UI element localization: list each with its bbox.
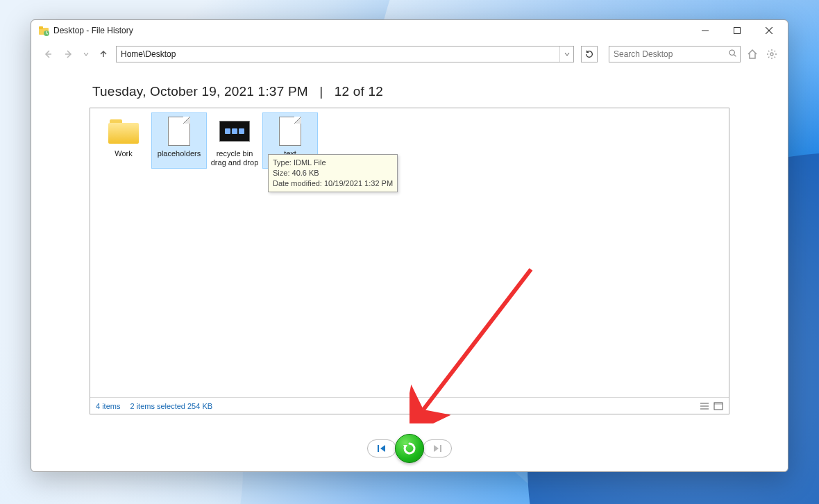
item-label: recycle bin drag and drop (209, 149, 260, 167)
bottom-controls (31, 432, 788, 464)
app-icon (38, 25, 49, 36)
view-details-button[interactable] (700, 402, 709, 410)
recent-locations-dropdown[interactable] (81, 51, 91, 57)
address-input[interactable] (117, 47, 559, 62)
up-button[interactable] (95, 46, 112, 62)
search-input[interactable] (612, 49, 728, 60)
search-box[interactable] (609, 46, 741, 62)
titlebar: Desktop - File History (31, 20, 788, 41)
file-pane[interactable]: Work placeholders recycle bin drag and d… (90, 108, 729, 414)
forward-button[interactable] (60, 46, 77, 62)
restore-button[interactable] (395, 434, 424, 463)
image-icon (219, 121, 250, 142)
item-label: Work (98, 149, 149, 158)
file-icon (168, 117, 190, 146)
tooltip-modified: Date modified: 10/19/2021 1:32 PM (273, 178, 393, 189)
refresh-button[interactable] (581, 46, 598, 62)
file-history-window: Desktop - File History (31, 19, 788, 472)
svg-line-10 (734, 55, 736, 57)
address-dropdown[interactable] (559, 47, 573, 62)
item-label: placeholders (153, 149, 205, 158)
folder-icon (108, 119, 139, 144)
maximize-button[interactable] (721, 20, 753, 41)
svg-point-9 (729, 50, 734, 55)
close-button[interactable] (753, 20, 785, 41)
svg-marker-20 (434, 445, 439, 452)
file-item-placeholders[interactable]: placeholders (152, 113, 206, 168)
version-timestamp: Tuesday, October 19, 2021 1:37 PM (92, 84, 308, 99)
svg-rect-4 (734, 28, 741, 34)
search-icon (728, 49, 737, 60)
svg-rect-16 (714, 403, 723, 405)
version-heading: Tuesday, October 19, 2021 1:37 PM | 12 o… (92, 84, 729, 99)
content-area: Tuesday, October 19, 2021 1:37 PM | 12 o… (31, 67, 788, 471)
version-position: 12 of 12 (335, 84, 383, 99)
previous-version-button[interactable] (368, 440, 396, 457)
tooltip-type: Type: IDML File (273, 158, 393, 168)
next-version-pill (423, 439, 452, 457)
window-title: Desktop - File History (53, 26, 133, 35)
svg-rect-1 (39, 26, 43, 29)
next-version-button[interactable] (423, 440, 451, 457)
file-icon (279, 117, 301, 146)
file-item-recycle-bin-drag-and-drop[interactable]: recycle bin drag and drop (208, 113, 262, 168)
heading-separator: | (319, 84, 323, 99)
file-tooltip: Type: IDML File Size: 40.6 KB Date modif… (268, 154, 398, 192)
toolbar (31, 41, 788, 67)
view-thumbnails-button[interactable] (714, 402, 723, 410)
status-selection: 2 items selected 254 KB (130, 402, 212, 410)
back-button[interactable] (40, 46, 56, 62)
minimize-button[interactable] (689, 20, 721, 41)
svg-point-11 (770, 53, 773, 56)
address-bar[interactable] (116, 46, 574, 62)
folder-item-work[interactable]: Work (96, 113, 151, 168)
settings-button[interactable] (764, 49, 779, 60)
status-bar: 4 items 2 items selected 254 KB (90, 397, 729, 414)
home-button[interactable] (745, 49, 760, 60)
status-item-count: 4 items (96, 402, 120, 410)
svg-marker-18 (380, 445, 385, 452)
tooltip-size: Size: 40.6 KB (273, 168, 393, 178)
previous-version-pill (367, 439, 396, 457)
